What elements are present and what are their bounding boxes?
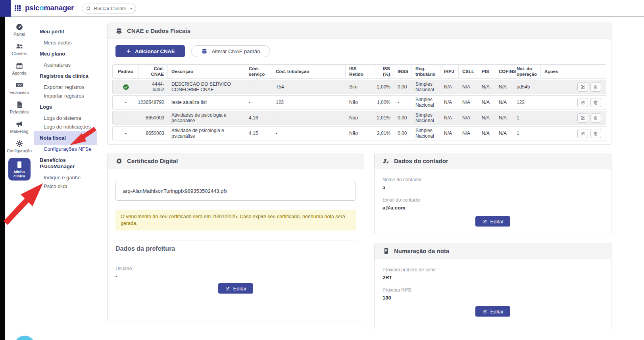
column-header: Reg. tributário — [412, 65, 440, 78]
default-dash: - — [113, 127, 139, 140]
table-cell: 1236548792 — [139, 96, 168, 109]
table-cell: DESCRICAO DO SERVICO CONFORME CNAE — [168, 80, 245, 94]
menu-header-registros-da-clínica[interactable]: Registros da clínica — [34, 69, 97, 83]
table-cell: N/A — [478, 127, 495, 140]
table-cell: 8650003 — [139, 111, 168, 125]
menu-header-benefícios-psicomanager[interactable]: Benefícios PsicoManager — [34, 154, 97, 173]
seal-icon — [115, 158, 123, 165]
logo-text: manager — [44, 4, 74, 12]
sidebar-item-agenda[interactable]: Agenda — [5, 61, 34, 77]
edit-prefecture-button[interactable]: Editar — [218, 283, 254, 294]
delete-row-button[interactable] — [590, 129, 601, 138]
sidebar-item-painel[interactable]: Painel — [5, 22, 34, 38]
delete-row-button[interactable] — [590, 113, 601, 123]
sidebar-item-configuração[interactable]: Configuração — [5, 138, 34, 154]
panel-title: Dados do contador — [394, 158, 448, 164]
client-search[interactable]: Buscar Cliente — [82, 4, 136, 13]
menu-item-meus-dados[interactable]: Meus dados — [34, 38, 97, 47]
menu-header-nota-fiscal[interactable]: Nota fiscal — [34, 131, 97, 145]
logo-text: psic — [25, 4, 39, 12]
table-row: -8650003Atividades de psicologia e psica… — [112, 111, 606, 125]
menu-item-logs-do-sistema[interactable]: Logs do sistema — [34, 114, 97, 123]
edit-row-button[interactable] — [577, 129, 588, 138]
table-cell: 8650003 — [139, 127, 168, 140]
edit-icon — [482, 309, 487, 314]
edit-row-button[interactable] — [577, 98, 588, 107]
certificate-file-name: arq-AlanMathisonTuringpfx989353502443.pf… — [123, 188, 227, 194]
sidebar-item-marketing[interactable]: Marketing — [5, 119, 34, 135]
add-cnae-button[interactable]: Adicionar CNAE — [115, 45, 185, 57]
edit-row-button[interactable] — [577, 113, 588, 123]
column-header: Cód. CNAE — [139, 65, 168, 78]
table-cell: 0,00 — [394, 127, 412, 140]
calendar-icon — [15, 62, 23, 70]
digital-certificate-panel: Certificado Digital arq-AlanMathisonTuri… — [107, 153, 364, 321]
table-cell: N/A — [495, 80, 513, 94]
numbering-panel-body: Próximo número de série 2RT Próximo RPS … — [375, 267, 611, 317]
table-cell: N/A — [440, 111, 459, 125]
app-window: psicomanager Buscar Cliente PainelClient… — [0, 0, 644, 340]
column-header: ISS Retido — [346, 65, 375, 78]
menu-item-logs-de-notificações[interactable]: Logs de notificações — [34, 123, 97, 131]
sidebar-item-minha-clinica-active[interactable]: Minha clínica — [8, 158, 31, 181]
column-header: Padrão — [113, 65, 139, 78]
table-row: 4444-4/452DESCRICAO DO SERVICO CONFORME … — [112, 80, 606, 94]
column-header: Ações — [541, 65, 606, 78]
next-rps-value: 100 — [383, 295, 603, 301]
coins-icon — [115, 27, 123, 35]
menu-header-logs[interactable]: Logs — [34, 100, 97, 114]
sidebar-item-label: Minha clínica — [9, 169, 30, 178]
sidebar-item-clientes[interactable]: Clientes — [5, 41, 34, 57]
column-header: PIS — [478, 65, 495, 78]
table-cell: 0,00 — [394, 111, 412, 125]
sidebar-item-relatórios[interactable]: Relatórios — [5, 100, 34, 115]
accountant-name-label: Nome do contador — [383, 177, 603, 182]
table-cell: Atividades de psicologia e psicanálise — [168, 111, 245, 125]
default-check-icon — [113, 80, 139, 94]
table-cell: - — [272, 127, 346, 140]
menu-item-importar-registros[interactable]: Importar registros — [34, 92, 97, 100]
table-cell: Simples Nacional — [412, 96, 440, 109]
column-header: CSLL — [459, 65, 478, 78]
menu-item-exportar-registros[interactable]: Exportar registros — [34, 83, 97, 92]
user-value: - — [115, 273, 356, 279]
delete-row-button[interactable] — [590, 98, 601, 107]
table-cell: N/A — [495, 111, 513, 125]
table-cell: Não — [346, 96, 375, 109]
edit-label: Editar — [490, 219, 504, 225]
trash-icon — [593, 115, 598, 121]
sidebar-item-financeiro[interactable]: Financeiro — [5, 80, 34, 96]
menu-header-meu-plano[interactable]: Meu plano — [34, 47, 97, 61]
panel-title: Certificado Digital — [127, 158, 178, 164]
table-row: -1236548792teste atualiza list-123Não1,0… — [112, 95, 606, 109]
menu-item-assinaturas[interactable]: Assinaturas — [34, 61, 97, 69]
sidebar-item-label: Marketing — [10, 129, 28, 134]
menu-header-meu-perfil[interactable]: Meu perfil — [34, 25, 97, 38]
gear-icon — [15, 140, 23, 148]
table-cell: 1,00% — [375, 96, 394, 109]
edit-numbering-button[interactable]: Editar — [475, 306, 511, 317]
table-cell: 123 — [272, 96, 346, 109]
menu-item-psico.club[interactable]: Psico.club — [34, 182, 97, 191]
table-cell: 4,15 — [245, 127, 272, 140]
edit-accountant-button[interactable]: Editar — [475, 216, 511, 227]
table-cell: - — [245, 96, 272, 109]
column-header: Nat. da operação — [513, 65, 541, 78]
edit-row-button[interactable] — [577, 83, 588, 92]
table-cell: Não — [346, 111, 375, 125]
report-icon — [15, 101, 23, 109]
apps-grid-icon[interactable] — [15, 5, 21, 11]
change-default-cnae-button[interactable]: Alterar CNAE padrão — [191, 45, 270, 57]
menu-item-indique-e-ganhe[interactable]: Indique e ganhe — [34, 173, 97, 182]
cnae-panel-body: Adicionar CNAE Alterar CNAE padrão Padrã… — [108, 45, 611, 147]
menu-item-configurações-nfse[interactable]: Configurações NFSe — [34, 145, 97, 154]
table-cell: Simples Nacional — [412, 80, 440, 94]
row-actions — [541, 127, 606, 140]
accountant-panel-header: Dados do contador — [375, 153, 611, 169]
certificate-file-input[interactable]: arq-AlanMathisonTuringpfx989353502443.pf… — [115, 181, 356, 201]
table-cell: - — [245, 80, 272, 94]
caret-down-icon — [129, 6, 134, 11]
table-cell: N/A — [459, 111, 478, 125]
edit-icon — [482, 219, 487, 224]
delete-row-button[interactable] — [590, 83, 601, 92]
